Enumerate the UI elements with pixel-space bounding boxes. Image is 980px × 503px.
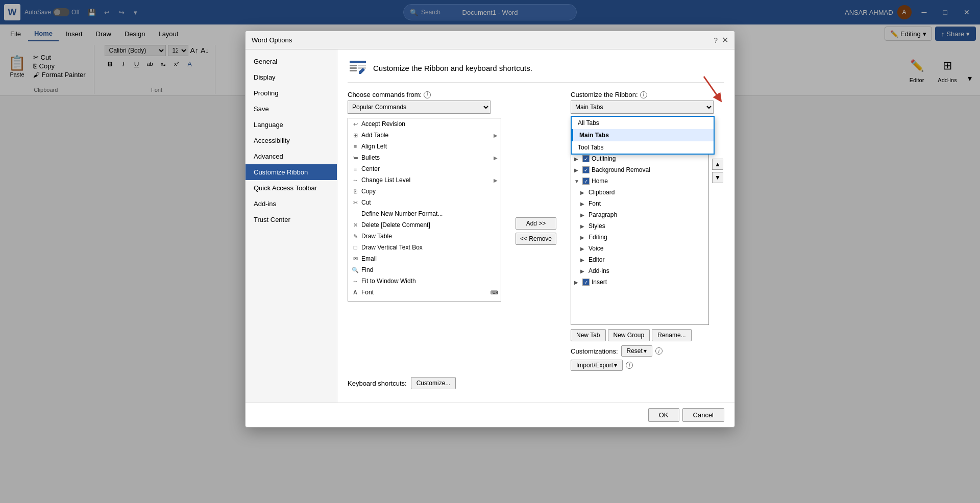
dropdown-option-tool-tabs[interactable]: Tool Tabs — [572, 141, 714, 154]
add-button[interactable]: Add >> — [516, 217, 556, 230]
nav-proofing[interactable]: Proofing — [246, 85, 337, 101]
cmd-font-color-label: Font Color — [361, 300, 390, 301]
dialog-close-button[interactable]: ✕ — [722, 35, 728, 45]
nav-quick-access[interactable]: Quick Access Toolbar — [246, 180, 337, 196]
cmd-change-list-level[interactable]: ↔ Change List Level ▶ — [348, 174, 501, 186]
tree-outlining[interactable]: ▶ ✓ Outlining — [571, 153, 708, 164]
nav-trust-center[interactable]: Trust Center — [246, 212, 337, 228]
tree-home-checkbox[interactable]: ✓ — [582, 178, 590, 185]
import-export-info-icon[interactable]: i — [626, 362, 633, 369]
content-header-title: Customize the Ribbon and keyboard shortc… — [373, 64, 532, 72]
tree-insert[interactable]: ▶ ✓ Insert — [571, 276, 708, 288]
customize-shortcuts-button[interactable]: Customize... — [411, 377, 456, 389]
modal-overlay: Word Options ? ✕ General Display Proofin… — [0, 0, 980, 503]
nav-save[interactable]: Save — [246, 101, 337, 117]
cmd-bullets-icon: ≔ — [351, 154, 359, 162]
svg-rect-4 — [358, 65, 366, 66]
tree-editor[interactable]: ▶ Editor — [571, 254, 708, 265]
ribbon-tree[interactable]: ▶ ✓ Insert (Blog Post) ▶ ✓ Outlining — [571, 141, 709, 325]
cmd-draw-vertical-text-box[interactable]: □ Draw Vertical Text Box — [348, 242, 501, 253]
tree-insert-checkbox[interactable]: ✓ — [582, 279, 590, 286]
customizations-info-icon[interactable]: i — [655, 347, 663, 355]
dialog-title-text: Word Options — [252, 36, 714, 44]
tree-scroll-buttons: ▲ ▼ — [711, 157, 724, 325]
tree-voice-chevron: ▶ — [580, 246, 586, 252]
tree-bg-removal[interactable]: ▶ ✓ Background Removal — [571, 164, 708, 175]
nav-addins[interactable]: Add-ins — [246, 196, 337, 212]
cmd-draw-table-icon: ✎ — [351, 232, 359, 240]
tree-editing-label: Editing — [589, 234, 607, 241]
dropdown-option-main-tabs[interactable]: Main Tabs — [572, 129, 714, 141]
cmd-add-table[interactable]: ⊞ Add Table ▶ — [348, 130, 501, 141]
nav-language[interactable]: Language — [246, 117, 337, 133]
cmd-copy[interactable]: ⎘ Copy — [348, 186, 501, 197]
cmd-cut-label: Cut — [361, 199, 371, 206]
cancel-button[interactable]: Cancel — [682, 408, 724, 422]
cmd-align-left[interactable]: ≡ Align Left — [348, 141, 501, 152]
new-group-button[interactable]: New Group — [608, 329, 650, 341]
dialog-nav: General Display Proofing Save Language A… — [246, 49, 337, 403]
rename-button[interactable]: Rename... — [652, 329, 691, 341]
keyboard-shortcuts-label: Keyboard shortcuts: — [348, 380, 407, 387]
nav-general[interactable]: General — [246, 54, 337, 69]
tree-outlining-checkbox[interactable]: ✓ — [582, 155, 590, 162]
tree-home[interactable]: ▼ ✓ Home — [571, 175, 708, 187]
svg-rect-1 — [350, 65, 357, 66]
tree-scroll-down-button[interactable]: ▼ — [712, 172, 723, 183]
tree-styles-label: Styles — [589, 222, 605, 230]
main-two-col: Choose commands from: i Popular Commands — [348, 91, 724, 371]
tree-paragraph[interactable]: ▶ Paragraph — [571, 209, 708, 220]
remove-button[interactable]: << Remove — [516, 233, 556, 245]
dropdown-option-all-tabs[interactable]: All Tabs — [572, 117, 714, 129]
cmd-email[interactable]: ✉ Email — [348, 253, 501, 264]
ribbon-customize-select[interactable]: Main Tabs — [571, 100, 714, 114]
tree-bg-removal-checkbox[interactable]: ✓ — [582, 166, 590, 173]
cmd-define-number-format[interactable]: Define New Number Format... — [348, 208, 501, 219]
tree-styles[interactable]: ▶ Styles — [571, 220, 708, 232]
nav-display[interactable]: Display — [246, 69, 337, 85]
ribbon-dropdown-popup[interactable]: All Tabs Main Tabs Tool Tabs — [571, 116, 715, 155]
tree-insert-chevron: ▶ — [574, 280, 580, 285]
cmd-find[interactable]: 🔍 Find — [348, 264, 501, 275]
tree-editing[interactable]: ▶ Editing — [571, 232, 708, 243]
nav-accessibility[interactable]: Accessibility — [246, 133, 337, 148]
cmd-font-color[interactable]: A Font Color ▶ — [348, 298, 501, 301]
cmd-delete-comment[interactable]: ✕ Delete [Delete Comment] — [348, 219, 501, 231]
choose-commands-info-icon[interactable]: i — [424, 91, 431, 98]
cmd-accept-revision[interactable]: ↩ Accept Revision — [348, 118, 501, 130]
nav-customize-ribbon[interactable]: Customize Ribbon — [246, 164, 337, 180]
new-tab-button[interactable]: New Tab — [571, 329, 605, 341]
cmd-cut[interactable]: ✂ Cut — [348, 197, 501, 208]
commands-list[interactable]: ↩ Accept Revision ⊞ Add Table ▶ ≡ — [348, 118, 501, 301]
svg-rect-0 — [350, 61, 366, 63]
cmd-define-number-format-label: Define New Number Format... — [361, 210, 443, 217]
cmd-email-icon: ✉ — [351, 255, 359, 263]
customize-ribbon-info-icon[interactable]: i — [640, 91, 647, 98]
cmd-font-color-icon: A — [351, 299, 359, 301]
tree-voice[interactable]: ▶ Voice — [571, 243, 708, 254]
cmd-delete-comment-icon: ✕ — [351, 221, 359, 229]
cmd-fit-to-window-width[interactable]: ↔ Fit to Window Width — [348, 275, 501, 287]
commands-col: Choose commands from: i Popular Commands — [348, 91, 501, 371]
tree-addins-chevron: ▶ — [580, 268, 586, 274]
import-export-button[interactable]: Import/Export ▾ — [571, 360, 623, 371]
cmd-center[interactable]: ≡ Center — [348, 163, 501, 174]
tree-scroll-up-button[interactable]: ▲ — [712, 159, 723, 170]
cmd-add-table-label: Add Table — [361, 132, 388, 139]
cmd-fit-to-window-icon: ↔ — [351, 277, 359, 285]
cmd-font[interactable]: A Font ⌨ — [348, 287, 501, 298]
reset-button[interactable]: Reset ▾ — [621, 345, 652, 357]
tree-editing-chevron: ▶ — [580, 235, 586, 240]
tree-addins[interactable]: ▶ Add-ins — [571, 265, 708, 276]
cmd-bullets[interactable]: ≔ Bullets ▶ — [348, 152, 501, 163]
cmd-find-label: Find — [361, 266, 373, 273]
nav-advanced[interactable]: Advanced — [246, 148, 337, 164]
commands-ul: ↩ Accept Revision ⊞ Add Table ▶ ≡ — [348, 118, 501, 301]
cmd-draw-table[interactable]: ✎ Draw Table — [348, 231, 501, 242]
cmd-change-list-level-arrow: ▶ — [494, 178, 498, 183]
tree-font[interactable]: ▶ Font — [571, 198, 708, 209]
dialog-help-button[interactable]: ? — [714, 36, 718, 44]
ok-button[interactable]: OK — [648, 408, 679, 422]
tree-clipboard[interactable]: ▶ Clipboard — [571, 187, 708, 198]
commands-from-select[interactable]: Popular Commands — [348, 100, 491, 114]
